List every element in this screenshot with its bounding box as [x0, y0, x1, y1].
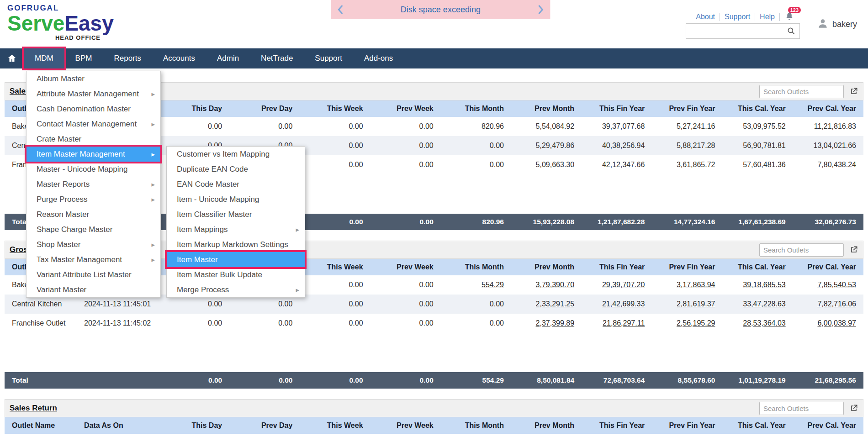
menu-item-shape-charge-master[interactable]: Shape Charge Master: [26, 222, 160, 237]
drilldown-link[interactable]: 7,85,540.53: [817, 281, 856, 289]
drilldown-link[interactable]: 7,82,716.06: [817, 300, 856, 308]
global-search-input[interactable]: [686, 27, 787, 35]
column-header-this-week: This Week: [300, 259, 370, 275]
menu-item-attribute-master-management[interactable]: Attribute Master Management▸: [26, 86, 160, 101]
menu-item-item-unicode-mapping[interactable]: Item - Unicode Mapping: [167, 192, 305, 207]
menu-item-customer-vs-item-mapping[interactable]: Customer vs Item Mapping: [167, 147, 305, 162]
external-link-icon[interactable]: [849, 87, 858, 96]
nav-item-add-ons[interactable]: Add-ons: [353, 48, 404, 68]
total-value-cell: 72,68,703.64: [582, 372, 652, 389]
drilldown-link[interactable]: 2,81,619.37: [677, 300, 715, 308]
total-value-cell: 1,67,61,238.69: [723, 214, 793, 230]
notifications-bell-icon[interactable]: 123: [784, 11, 794, 23]
menu-item-label: Cash Denomination Master: [37, 105, 131, 114]
menu-item-master-reports[interactable]: Master Reports▸: [26, 177, 160, 192]
menu-item-item-markup-markdown-settings[interactable]: Item Markup Markdown Settings: [167, 237, 305, 252]
search-outlets-input[interactable]: [759, 85, 844, 98]
menu-item-item-mappings[interactable]: Item Mappings▸: [167, 222, 305, 237]
value-cell: 33,47,228.63: [723, 295, 793, 314]
menu-item-contact-master-management[interactable]: Contact Master Management▸: [26, 116, 160, 132]
column-header-this-week: This Week: [300, 100, 370, 117]
value-cell: 0.00: [370, 155, 441, 174]
banner-next-icon[interactable]: [537, 5, 544, 15]
nav-item-accounts[interactable]: Accounts: [152, 48, 206, 68]
nav-item-reports[interactable]: Reports: [103, 48, 152, 68]
drilldown-link[interactable]: 2,37,399.89: [536, 319, 575, 327]
column-header-prev-cal-year: Prev Cal. Year: [793, 417, 863, 434]
menu-item-cash-denomination-master[interactable]: Cash Denomination Master: [26, 101, 160, 116]
nav-item-support[interactable]: Support: [304, 48, 353, 68]
user-menu[interactable]: bakery: [817, 17, 857, 31]
menu-item-merge-process[interactable]: Merge Process▸: [167, 282, 305, 297]
value-cell: 0.00: [229, 117, 300, 136]
nav-item-mdm[interactable]: MDM: [24, 48, 64, 68]
column-header-prev-day: Prev Day: [229, 100, 300, 117]
nav-item-bpm[interactable]: BPM: [64, 48, 103, 68]
home-icon[interactable]: [0, 48, 24, 68]
value-cell: 29,39,707.20: [582, 275, 652, 295]
menu-item-label: Shape Charge Master: [37, 225, 112, 234]
value-cell: 57,60,481.36: [723, 155, 793, 174]
menu-item-label: Customer vs Item Mapping: [177, 150, 270, 159]
drilldown-link[interactable]: 2,33,291.25: [536, 300, 575, 308]
drilldown-link[interactable]: 3,17,863.94: [677, 281, 715, 289]
external-link-icon[interactable]: [849, 245, 858, 254]
search-outlets-input[interactable]: [759, 243, 844, 257]
value-cell: 0.00: [370, 275, 441, 295]
help-link[interactable]: Help: [755, 13, 780, 21]
menu-item-album-master[interactable]: Album Master: [26, 71, 160, 86]
nav-item-admin[interactable]: Admin: [206, 48, 250, 68]
drilldown-link[interactable]: 21,86,297.11: [603, 319, 645, 327]
menu-item-item-master-management[interactable]: Item Master Management▸: [26, 147, 160, 162]
column-header-prev-fin-year: Prev Fin Year: [652, 100, 722, 117]
menu-item-label: Item Master: [177, 255, 218, 264]
drilldown-link[interactable]: 554.29: [482, 281, 504, 289]
menu-item-ean-code-master[interactable]: EAN Code Master: [167, 177, 305, 192]
search-icon[interactable]: [787, 26, 796, 36]
menu-item-label: Master Reports: [37, 180, 90, 189]
banner-prev-icon[interactable]: [337, 5, 344, 15]
value-cell: 40,38,256.94: [582, 136, 652, 155]
drilldown-link[interactable]: 6,00,038.97: [817, 319, 856, 327]
value-cell: 6,00,038.97: [793, 314, 863, 333]
chevron-right-icon: ▸: [151, 180, 155, 189]
top-header: GOFRUGAL ServeEasy HEAD OFFICE Disk spac…: [0, 0, 868, 48]
menu-item-shop-master[interactable]: Shop Master▸: [26, 237, 160, 252]
menu-item-item-classifier-master[interactable]: Item Classifier Master: [167, 207, 305, 222]
total-value-cell: 8,50,081.84: [511, 372, 582, 389]
drilldown-link[interactable]: 29,39,707.20: [602, 281, 645, 289]
menu-item-duplicate-ean-code[interactable]: Duplicate EAN Code: [167, 162, 305, 177]
menu-item-label: Reason Master: [37, 210, 89, 219]
menu-item-variant-attribute-list-master[interactable]: Variant Attribute List Master: [26, 267, 160, 282]
menu-item-tax-master-management[interactable]: Tax Master Management▸: [26, 252, 160, 267]
menu-item-master-unicode-mapping[interactable]: Master - Unicode Mapping: [26, 162, 160, 177]
drilldown-link[interactable]: 21,42,699.33: [602, 300, 645, 308]
menu-item-reason-master[interactable]: Reason Master: [26, 207, 160, 222]
total-value-cell: 0.00: [159, 372, 229, 389]
menu-item-variant-master[interactable]: Variant Master: [26, 282, 160, 297]
external-link-icon[interactable]: [849, 404, 858, 413]
menu-item-item-master[interactable]: Item Master: [167, 252, 305, 267]
menu-item-label: Purge Process: [37, 195, 88, 204]
outlet-name-cell: Franchise Outlet: [5, 314, 77, 333]
menu-item-item-master-bulk-update[interactable]: Item Master Bulk Update: [167, 267, 305, 282]
drilldown-link[interactable]: 28,53,364.03: [743, 319, 785, 327]
drilldown-link[interactable]: 3,79,390.70: [536, 281, 575, 289]
drilldown-link[interactable]: 33,47,228.63: [743, 300, 785, 308]
drilldown-link[interactable]: 2,56,195.29: [677, 319, 715, 327]
chevron-right-icon: ▸: [296, 286, 299, 294]
support-link[interactable]: Support: [720, 13, 755, 21]
header-row: Outlet NameData As OnThis DayPrev DayThi…: [5, 417, 863, 434]
nav-item-nettrade[interactable]: NetTrade: [250, 48, 304, 68]
menu-item-purge-process[interactable]: Purge Process▸: [26, 192, 160, 207]
column-header-prev-month: Prev Month: [511, 259, 582, 275]
about-link[interactable]: About: [691, 13, 720, 21]
menu-item-label: Item Master Bulk Update: [177, 270, 262, 279]
chevron-right-icon: ▸: [151, 150, 155, 158]
column-header-data-as-on: Data As On: [77, 417, 159, 434]
menu-item-crate-master[interactable]: Crate Master: [26, 132, 160, 147]
column-header-prev-month: Prev Month: [511, 417, 582, 434]
search-outlets-input[interactable]: [759, 402, 844, 415]
menu-item-label: Crate Master: [37, 135, 81, 144]
drilldown-link[interactable]: 39,18,685.53: [743, 281, 785, 289]
